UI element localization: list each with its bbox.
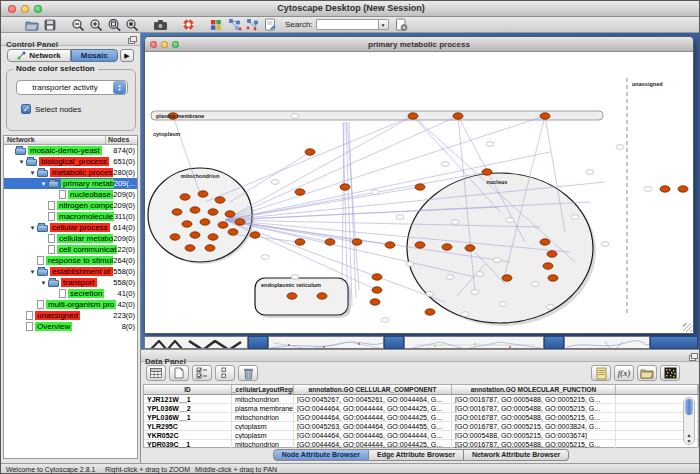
window-edge[interactable]	[384, 336, 404, 349]
network-node[interactable]	[547, 251, 557, 257]
network-node-plain[interactable]	[291, 114, 299, 119]
disclosure-triangle-icon[interactable]: ▼	[28, 170, 37, 176]
network-node[interactable]	[408, 113, 418, 119]
network-edge[interactable]	[342, 122, 344, 282]
tab-edge-attribute-browser[interactable]: Edge Attribute Browser	[369, 449, 464, 461]
node-attribute-icon[interactable]	[207, 18, 225, 32]
table-row[interactable]: YLR295Ccytoplasm[GO:0045263, GO:0044464,…	[144, 422, 698, 431]
network-node[interactable]	[205, 245, 215, 251]
float-panel-icon[interactable]	[689, 353, 697, 360]
window-titlebar[interactable]: Cytoscape Desktop (New Session)	[1, 1, 700, 17]
network-node[interactable]	[425, 309, 435, 315]
layout-network-icon-b[interactable]	[243, 18, 261, 32]
network-node[interactable]	[180, 194, 190, 200]
tab-network-attribute-browser[interactable]: Network Attribute Browser	[464, 449, 569, 461]
network-node-plain[interactable]	[586, 170, 594, 175]
window-edge[interactable]	[650, 336, 698, 349]
table-row[interactable]: YJR121W__1mitochondrion[GO:0045267, GO:0…	[144, 395, 698, 404]
network-node-plain[interactable]	[531, 282, 539, 287]
network-node-plain[interactable]	[476, 272, 484, 277]
network-node[interactable]	[340, 184, 350, 190]
network-node[interactable]	[208, 234, 218, 240]
network-node-plain[interactable]	[261, 255, 269, 260]
minimized-window-thumbnail[interactable]	[268, 336, 384, 349]
attribute-checklist-icon[interactable]	[192, 365, 212, 381]
tree-row[interactable]: Overview8(0)	[4, 321, 137, 332]
resize-grip[interactable]	[683, 323, 692, 332]
tree-row[interactable]: cell communicat22(0)	[4, 244, 137, 255]
search-options-icon[interactable]	[393, 18, 411, 32]
layout-network-icon-a[interactable]	[225, 18, 243, 32]
tree-row[interactable]: unassigned223(0)	[4, 310, 137, 321]
attribute-list-icon[interactable]	[215, 365, 235, 381]
network-node[interactable]	[543, 263, 553, 269]
minimized-window-thumbnail[interactable]	[564, 336, 650, 349]
network-node[interactable]	[325, 239, 335, 245]
network-node[interactable]	[453, 113, 463, 119]
network-node[interactable]	[415, 184, 425, 190]
disclosure-triangle-icon[interactable]: ▼	[28, 225, 37, 231]
network-node-plain[interactable]	[396, 215, 404, 220]
network-node[interactable]	[678, 186, 688, 192]
tree-row[interactable]: ▼cellular process614(0)	[4, 222, 137, 233]
region-plasma-membrane[interactable]	[151, 111, 603, 120]
disclosure-triangle-icon[interactable]: ▼	[28, 269, 37, 275]
network-node[interactable]	[317, 293, 327, 299]
network-node[interactable]	[295, 189, 305, 195]
table-row[interactable]: YKR052Ccytoplasm[GO:0044464, GO:0044446,…	[144, 431, 698, 440]
select-nodes-checkbox[interactable]: ✓	[21, 104, 31, 114]
tab-network[interactable]: Network	[7, 49, 71, 62]
network-node[interactable]	[190, 207, 200, 213]
network-node[interactable]	[465, 245, 475, 251]
network-node[interactable]	[415, 242, 425, 248]
minimized-window-thumbnail[interactable]	[404, 336, 544, 349]
import-attributes-icon[interactable]	[637, 365, 657, 381]
network-edge[interactable]	[205, 116, 413, 202]
network-node[interactable]	[185, 245, 195, 251]
tree-row[interactable]: ▼biological_process651(0)	[4, 156, 137, 167]
zoom-fit-icon[interactable]	[123, 18, 141, 32]
network-node[interactable]	[182, 221, 192, 227]
tree-row[interactable]: response to stimulu264(0)	[4, 255, 137, 266]
scrollbar-arrows[interactable]: ▲▼	[684, 432, 694, 444]
network-node[interactable]	[385, 242, 395, 248]
new-attribute-icon[interactable]	[169, 365, 189, 381]
tree-column-network[interactable]: Network	[4, 136, 105, 144]
zoom-in-icon[interactable]	[87, 18, 105, 32]
network-view-window[interactable]: primary metabolic process plasma membran…	[144, 36, 694, 334]
network-node[interactable]	[352, 239, 362, 245]
tree-row[interactable]: macromolecule311(0)	[4, 211, 137, 222]
network-node[interactable]	[372, 274, 382, 280]
network-node[interactable]	[502, 275, 512, 281]
network-node-plain[interactable]	[446, 275, 454, 280]
column-header[interactable]: ID	[144, 385, 232, 394]
network-node-plain[interactable]	[601, 242, 609, 247]
trash-icon[interactable]	[238, 365, 258, 381]
network-node-plain[interactable]	[571, 215, 579, 220]
window-edge[interactable]	[544, 336, 564, 349]
network-node[interactable]	[200, 219, 210, 225]
network-node-plain[interactable]	[471, 290, 479, 295]
network-node-plain[interactable]	[486, 142, 494, 147]
tab-mosaic[interactable]: Mosaic	[71, 49, 118, 62]
network-node-plain[interactable]	[441, 162, 449, 167]
tree-column-nodes[interactable]: Nodes	[105, 136, 137, 144]
table-row[interactable]: YPL036W__2plasma membrane[GO:0044464, GO…	[144, 404, 698, 413]
network-node-plain[interactable]	[371, 190, 379, 195]
tree-row[interactable]: secretion41(0)	[4, 288, 137, 299]
network-graph[interactable]: plasma membranecytoplasmmitochondrionnuc…	[145, 52, 693, 333]
network-node[interactable]	[215, 197, 225, 203]
network-node[interactable]	[442, 244, 452, 250]
network-node-plain[interactable]	[616, 145, 624, 150]
tree-row[interactable]: cellular metabo209(0)	[4, 233, 137, 244]
disclosure-triangle-icon[interactable]: ▼	[39, 181, 48, 187]
window-edge[interactable]	[248, 336, 268, 349]
network-node[interactable]	[305, 149, 315, 155]
network-node[interactable]	[190, 232, 200, 238]
network-node-plain[interactable]	[291, 275, 299, 280]
help-lifering-icon[interactable]	[179, 18, 197, 32]
network-node-plain[interactable]	[493, 258, 501, 263]
network-node-plain[interactable]	[546, 305, 554, 310]
network-node[interactable]	[372, 287, 382, 293]
annotation-icon[interactable]	[261, 18, 279, 32]
